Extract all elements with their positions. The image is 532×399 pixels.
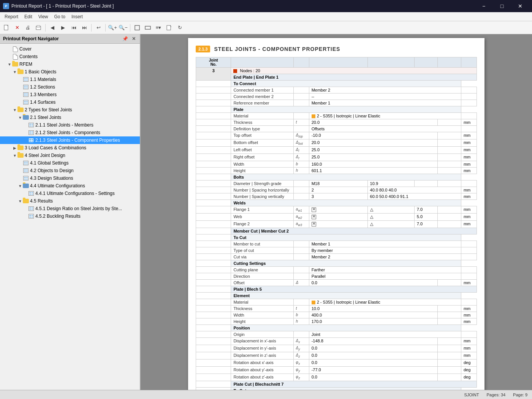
- print-button[interactable]: 🖨: [23, 23, 33, 33]
- close-button[interactable]: ✕: [511, 0, 529, 12]
- tree-item-sj213[interactable]: 2.1.3 Steel Joints - Component Propertie…: [0, 136, 140, 144]
- tree-item-sj212[interactable]: 2.1.2 Steel Joints - Components: [0, 129, 140, 136]
- spacer: [196, 381, 231, 388]
- unit-num-v: mm: [461, 193, 477, 200]
- close-nav-button[interactable]: ✕: [131, 36, 137, 42]
- table-row: Bolts: [196, 174, 477, 180]
- main-layout: Printout Report Navigator 📌 ✕ Cover: [0, 34, 532, 390]
- val-mat2: 2 - S355 | Isotropic | Linear Elastic: [309, 299, 461, 306]
- zoom-out-button[interactable]: 🔍−: [118, 23, 128, 33]
- label-rot-z: Rotation about z'-axis: [231, 374, 293, 381]
- tree-item-steel-types[interactable]: ▼ 2 Types for Steel Joints: [0, 106, 140, 114]
- tree-item-situations[interactable]: 4.3 Design Situations: [0, 174, 140, 182]
- val-rot-z: 0.0: [309, 374, 438, 381]
- table-row: Direction Parallel: [196, 273, 477, 280]
- label-num-v: Number | Spacing vertically: [231, 193, 293, 200]
- menu-insert[interactable]: Insert: [68, 13, 86, 20]
- maximize-button[interactable]: □: [493, 0, 511, 12]
- sym-memtocut: [293, 241, 309, 247]
- tree-item-sections[interactable]: 1.2 Sections: [0, 83, 140, 91]
- tree-item-rfem[interactable]: ▼ RFEM: [0, 60, 140, 68]
- tree-item-objects[interactable]: 4.2 Objects to Design: [0, 167, 140, 174]
- label-buckling: 4.5.2 Buckling Results: [35, 214, 81, 219]
- label-direction: Direction: [231, 273, 293, 280]
- spacer: [196, 306, 231, 312]
- icon-objects: [23, 168, 29, 174]
- menu-view[interactable]: View: [35, 13, 51, 20]
- unit-mat2: [461, 299, 477, 306]
- spacer: [196, 299, 231, 306]
- tree-item-contents[interactable]: Contents: [0, 53, 140, 60]
- table-row: Displacement in y'-axis Δy 0.0 mm: [196, 345, 477, 352]
- tree-item-materials[interactable]: 1.1 Materials: [0, 76, 140, 83]
- table-row: Top offset Δtop -10.0 mm: [196, 132, 477, 139]
- jump-button[interactable]: ↩: [93, 23, 103, 33]
- title-bar-controls[interactable]: − □ ✕: [475, 0, 529, 12]
- spacer: [196, 174, 231, 180]
- sym-direction: [293, 273, 309, 280]
- unit-disp-zb: mm: [461, 352, 477, 359]
- table-row: Type of cut By member: [196, 247, 477, 254]
- menu-report[interactable]: Report: [2, 13, 21, 20]
- new-button[interactable]: [2, 23, 11, 33]
- prev-button[interactable]: ◀: [48, 23, 57, 33]
- last-button[interactable]: ⏭: [79, 23, 89, 33]
- tree-item-design-ratio[interactable]: 4.5.1 Design Ratio on Steel Joints by St…: [0, 205, 140, 212]
- title-bar-left: P Printout Report - [ 1 - Printout Repor…: [3, 3, 114, 9]
- navigator-controls[interactable]: 📌 ✕: [121, 36, 137, 42]
- val-flange2b: [438, 221, 461, 228]
- tree-item-sj211[interactable]: 2.1.1 Steel Joints - Members: [0, 121, 140, 129]
- export-button[interactable]: [164, 23, 174, 33]
- refresh-button[interactable]: ↻: [175, 23, 185, 33]
- label-cover: Cover: [19, 46, 32, 52]
- tree-item-sj21[interactable]: ▼ 2.1 Steel Joints: [0, 114, 140, 121]
- svg-rect-5: [167, 25, 171, 30]
- first-button[interactable]: ⏮: [69, 23, 79, 33]
- spacer: [196, 345, 231, 352]
- toggle-basic: ▼: [12, 69, 17, 74]
- label-deftype: Definition type: [231, 126, 293, 132]
- fit-page-button[interactable]: [132, 23, 142, 33]
- toggle-ult-settings: [23, 191, 28, 196]
- document-page: 2.1.3 STEEL JOINTS - COMPONENT PROPERTIE…: [188, 38, 484, 390]
- unit-refm: [461, 100, 477, 106]
- fit-width-button[interactable]: [143, 23, 153, 33]
- tree-item-ult-settings[interactable]: 4.4.1 Ultimate Configurations - Settings: [0, 190, 140, 197]
- window-title: Printout Report - [ 1 - Printout Report …: [11, 3, 114, 9]
- delete-button[interactable]: ✕: [12, 23, 22, 33]
- tree-item-surfaces[interactable]: 1.4 Surfaces: [0, 98, 140, 106]
- unit-thick2: [438, 306, 461, 312]
- unit-height: [438, 168, 461, 174]
- view-options-button[interactable]: ≡▾: [154, 23, 163, 33]
- val-height: 601.1: [309, 168, 438, 174]
- unit-direction: [461, 273, 477, 280]
- unit-disp-x: [438, 338, 461, 345]
- tree-item-loadcases[interactable]: ▶ 3 Load Cases & Combinations: [0, 144, 140, 152]
- val-cm2: --: [309, 93, 461, 100]
- group-element: Element: [231, 293, 461, 299]
- tree-item-results[interactable]: ▼ 4.5 Results: [0, 197, 140, 205]
- table-row: Number | Spacing vertically 3 60.0 50.0 …: [196, 193, 477, 200]
- menu-edit[interactable]: Edit: [21, 13, 35, 20]
- tree-item-basic[interactable]: ▼ 1 Basic Objects: [0, 68, 140, 76]
- tri-flange1: △: [367, 206, 414, 214]
- print-preview-button[interactable]: [33, 23, 43, 33]
- menu-goto[interactable]: Go to: [51, 13, 68, 20]
- unit-rot-xb: deg: [461, 359, 477, 367]
- label-rot-y: Rotation about y'-axis: [231, 367, 293, 374]
- zoom-in-button[interactable]: 🔍+: [108, 23, 117, 33]
- next-button[interactable]: ▶: [58, 23, 68, 33]
- tree-item-design[interactable]: ▼ 4 Steel Joint Design: [0, 152, 140, 159]
- sym-deftype: [293, 126, 309, 132]
- tree-item-global[interactable]: 4.1 Global Settings: [0, 159, 140, 167]
- tree-item-ultimate[interactable]: ▼ 4.4 Ultimate Configurations: [0, 182, 140, 190]
- spacer: [196, 168, 231, 174]
- pin-button[interactable]: 📌: [121, 36, 129, 42]
- tree-item-members[interactable]: 1.3 Members: [0, 91, 140, 98]
- tree-item-buckling[interactable]: 4.5.2 Buckling Results: [0, 212, 140, 220]
- label-thick: Thickness: [231, 119, 293, 126]
- tree-item-cover[interactable]: Cover: [0, 45, 140, 53]
- label-top: Top offset: [231, 132, 293, 139]
- val-cutvia: Member 2: [309, 254, 461, 260]
- minimize-button[interactable]: −: [475, 0, 492, 12]
